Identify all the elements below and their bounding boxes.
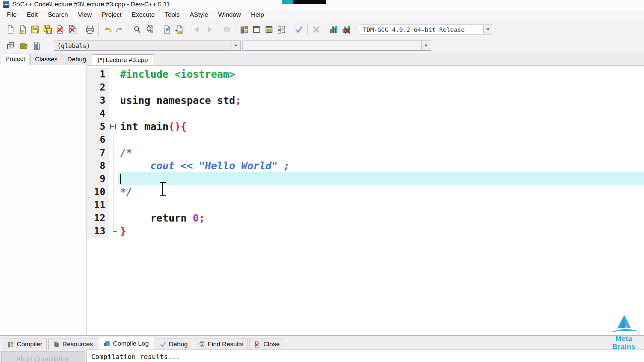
code-line-text[interactable]: #include <iostream> [118,68,644,81]
code-line-9[interactable]: 9 [87,172,644,185]
add-to-project-icon[interactable] [18,40,29,51]
fold-margin [109,185,118,198]
code-line-11[interactable]: 11 [87,198,644,212]
forward-icon[interactable] [203,23,215,36]
menu-search[interactable]: Search [43,9,73,20]
compile-controls: Abort Compilation [0,350,87,362]
undo-icon[interactable] [101,23,113,36]
report-tab-find-results[interactable]: Find Results [194,339,248,350]
code-line-text[interactable]: */ [118,185,644,198]
chevron-down-icon[interactable] [483,25,492,34]
menu-edit[interactable]: Edit [22,9,43,20]
code-line-text[interactable] [118,172,644,185]
remove-from-project-icon[interactable] [31,40,42,51]
code-line-text[interactable]: cout << "Hello World" ; [118,159,644,172]
code-line-8[interactable]: 8 cout << "Hello World" ; [87,159,644,172]
redo-icon[interactable] [113,23,126,36]
report-tab-label: Compiler [17,341,42,348]
code-line-text[interactable]: int main(){ [118,120,644,133]
find-icon[interactable] [131,23,143,36]
report-tab-compiler[interactable]: Compiler [3,339,47,350]
menu-execute[interactable]: Execute [127,9,160,20]
fold-toggle[interactable] [109,120,118,133]
code-line-7[interactable]: 7/* [87,146,644,159]
new-window-icon[interactable] [5,40,16,51]
report-tab-debug[interactable]: Debug [155,339,192,350]
code-line-5[interactable]: 5int main(){ [87,120,644,133]
abort-compilation-button[interactable]: Abort Compilation [1,351,85,362]
code-line-13[interactable]: 13} [87,225,644,238]
compiler-profile-select[interactable]: TDM-GCC 4.9.2 64-bit Release [359,24,493,35]
save-all-icon[interactable] [41,23,54,36]
token-kw: using namespace std [120,95,235,106]
code-line-text[interactable]: return 0; [118,212,644,225]
menu-project[interactable]: Project [97,9,126,20]
collapse-minus-icon[interactable] [110,124,116,129]
close-all-icon[interactable] [66,23,78,36]
menu-window[interactable]: Window [213,9,246,20]
line-number: 13 [87,225,109,238]
debug-check-icon[interactable] [292,23,305,36]
code-line-text[interactable] [118,133,644,146]
page-next-icon[interactable] [173,23,185,36]
line-number: 3 [87,94,109,107]
fold-margin [109,81,118,94]
new-file-icon[interactable] [4,23,16,36]
abort-icon[interactable] [310,23,322,36]
print-icon[interactable] [84,23,96,36]
find-group [131,23,156,36]
editor-area: [*] Lecture #3.cpp 1#include <iostream>2… [87,53,644,335]
profile-icon[interactable] [327,23,340,36]
dev-cpp-app-icon: DEV [3,1,9,8]
fold-margin [109,212,118,225]
chevron-down-icon[interactable] [421,41,430,50]
profile-del-icon[interactable] [340,23,352,36]
code-line-text[interactable] [118,198,644,212]
explorer-tab-project[interactable]: Project [1,54,30,65]
rebuild-icon[interactable] [275,23,287,36]
compile-icon[interactable] [238,23,250,36]
goto-line-icon[interactable] [161,23,173,36]
report-tab-resources[interactable]: Resources [48,339,97,350]
replace-icon[interactable] [143,23,156,36]
code-line-12[interactable]: 12 return 0; [87,212,644,225]
code-line-1[interactable]: 1#include <iostream> [87,68,644,81]
globals-combo[interactable]: (globals) [54,41,241,51]
menu-file[interactable]: File [1,9,22,20]
report-tab-close[interactable]: Close [249,339,284,350]
editor-tab-lecture3[interactable]: [*] Lecture #3.cpp [92,54,154,65]
block-group [220,23,233,36]
save-icon[interactable] [29,23,41,36]
code-line-10[interactable]: 10*/ [87,185,644,198]
code-line-text[interactable]: using namespace std; [118,94,644,107]
menu-help[interactable]: Help [246,9,269,20]
block-icon[interactable] [220,23,233,36]
member-combo[interactable] [243,41,431,51]
code-editor[interactable]: 1#include <iostream>23using namespace st… [87,66,644,335]
line-number: 10 [87,185,109,198]
code-line-text[interactable]: } [118,225,644,238]
toolbar-separator [290,23,290,36]
menu-tools[interactable]: Tools [160,9,184,20]
code-line-2[interactable]: 2 [87,81,644,94]
chevron-down-icon[interactable] [231,41,240,50]
code-line-text[interactable]: /* [118,146,644,159]
code-line-text[interactable] [118,81,644,94]
back-icon[interactable] [191,23,203,36]
explorer-tab-classes[interactable]: Classes [30,54,62,65]
menu-view[interactable]: View [73,9,97,20]
compile-run-icon[interactable] [263,23,275,36]
explorer-tab-debug[interactable]: Debug [63,54,91,65]
code-line-4[interactable]: 4 [87,107,644,120]
compile-log-icon [103,340,110,347]
close-file-icon[interactable] [54,23,66,36]
menu-astyle[interactable]: AStyle [185,9,213,20]
run-icon[interactable] [250,23,263,36]
code-line-text[interactable] [118,107,644,120]
report-tab-compile-log[interactable]: Compile Log [99,337,153,350]
project-explorer-panel: ProjectClassesDebug [0,53,87,335]
open-file-icon[interactable] [16,23,29,36]
code-line-6[interactable]: 6 [87,133,644,146]
fold-margin [109,172,118,185]
code-line-3[interactable]: 3using namespace std; [87,94,644,107]
